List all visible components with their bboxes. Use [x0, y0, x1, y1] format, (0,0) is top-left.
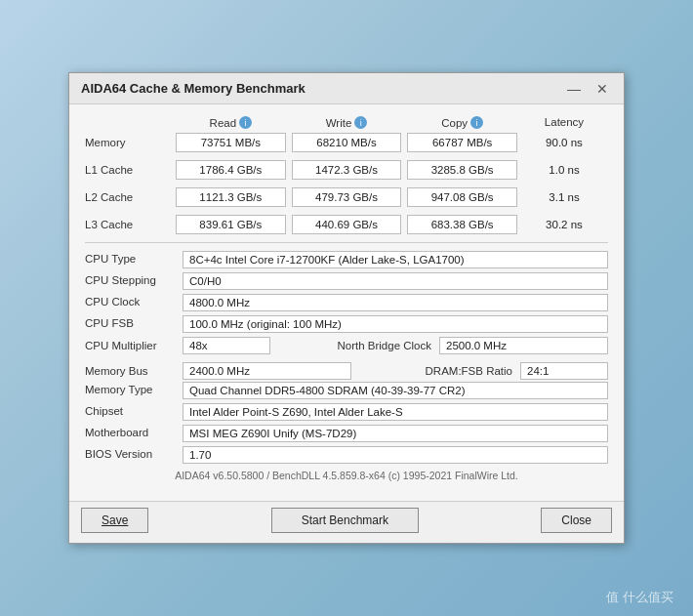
cpu-clock-label: CPU Clock	[85, 294, 183, 311]
header-copy: Copy i	[404, 116, 520, 129]
window-controls: — ✕	[563, 82, 612, 96]
cpu-multiplier-label: CPU Multiplier	[85, 338, 183, 353]
main-window: AIDA64 Cache & Memory Benchmark — ✕ Read…	[68, 72, 625, 544]
l2-latency: 3.1 ns	[520, 191, 608, 203]
section-divider	[85, 242, 608, 243]
cpu-type-value: 8C+4c Intel Core i7-12700KF (Alder Lake-…	[183, 251, 608, 268]
header-write: Write i	[289, 116, 405, 129]
cpu-stepping-value: C0/H0	[183, 272, 608, 290]
l1-label: L1 Cache	[85, 164, 173, 176]
l1-write: 1472.3 GB/s	[292, 160, 402, 180]
write-info-icon[interactable]: i	[354, 116, 367, 129]
motherboard-value: MSI MEG Z690I Unify (MS-7D29)	[183, 425, 608, 442]
memory-bus-row: Memory Bus 2400.0 MHz DRAM:FSB Ratio 24:…	[85, 362, 608, 380]
l2-label: L2 Cache	[85, 191, 173, 203]
bios-value: 1.70	[183, 446, 608, 464]
table-row: Memory 73751 MB/s 68210 MB/s 66787 MB/s …	[85, 133, 608, 152]
memory-write: 68210 MB/s	[292, 133, 402, 152]
window-title: AIDA64 Cache & Memory Benchmark	[81, 81, 306, 96]
l3-copy: 683.38 GB/s	[407, 215, 517, 234]
cpu-clock-row: CPU Clock 4800.0 MHz	[85, 294, 608, 311]
copy-info-icon[interactable]: i	[470, 116, 483, 129]
button-bar: Save Start Benchmark Close	[69, 501, 624, 543]
table-row: L1 Cache 1786.4 GB/s 1472.3 GB/s 3285.8 …	[85, 160, 608, 180]
l3-write: 440.69 GB/s	[292, 215, 402, 234]
l2-copy: 947.08 GB/s	[407, 187, 517, 207]
save-button[interactable]: Save	[81, 508, 148, 533]
l3-read: 839.61 GB/s	[176, 215, 286, 234]
memory-bus-value: 2400.0 MHz	[183, 362, 351, 380]
cpu-multiplier-value: 48x	[183, 337, 270, 354]
chipset-label: Chipset	[85, 403, 183, 421]
dram-fsb-value: 24:1	[520, 362, 608, 380]
l1-latency: 1.0 ns	[520, 164, 608, 176]
header-read: Read i	[173, 116, 289, 129]
close-button[interactable]: Close	[541, 508, 612, 533]
memory-read: 73751 MB/s	[176, 133, 286, 152]
title-bar: AIDA64 Cache & Memory Benchmark — ✕	[69, 73, 624, 104]
close-window-button[interactable]: ✕	[592, 82, 612, 96]
minimize-button[interactable]: —	[563, 82, 585, 96]
dram-fsb-label: DRAM:FSB Ratio	[351, 365, 520, 377]
memory-type-label: Memory Type	[85, 382, 183, 399]
l2-read: 1121.3 GB/s	[176, 187, 286, 207]
bios-label: BIOS Version	[85, 446, 183, 464]
table-header: Read i Write i Copy i Latency	[85, 116, 608, 129]
header-latency: Latency	[520, 116, 608, 129]
footer-text: AIDA64 v6.50.5800 / BenchDLL 4.5.859.8-x…	[85, 470, 608, 481]
l2-write: 479.73 GB/s	[292, 187, 402, 207]
motherboard-label: Motherboard	[85, 425, 183, 442]
start-benchmark-button[interactable]: Start Benchmark	[271, 508, 419, 533]
cpu-type-label: CPU Type	[85, 251, 183, 268]
memory-copy: 66787 MB/s	[407, 133, 517, 152]
l3-label: L3 Cache	[85, 219, 173, 230]
memory-bus-label: Memory Bus	[85, 363, 183, 379]
l1-copy: 3285.8 GB/s	[407, 160, 517, 180]
bios-row: BIOS Version 1.70	[85, 446, 608, 464]
cpu-stepping-label: CPU Stepping	[85, 272, 183, 290]
cpu-fsb-row: CPU FSB 100.0 MHz (original: 100 MHz)	[85, 315, 608, 333]
nb-clock-value: 2500.0 MHz	[439, 337, 608, 354]
cpu-multiplier-row: CPU Multiplier 48x North Bridge Clock 25…	[85, 337, 608, 354]
chipset-row: Chipset Intel Alder Point-S Z690, Intel …	[85, 403, 608, 421]
cpu-fsb-label: CPU FSB	[85, 315, 183, 333]
cpu-clock-value: 4800.0 MHz	[183, 294, 608, 311]
chipset-value: Intel Alder Point-S Z690, Intel Alder La…	[183, 403, 608, 421]
l1-read: 1786.4 GB/s	[176, 160, 286, 180]
read-info-icon[interactable]: i	[239, 116, 252, 129]
motherboard-row: Motherboard MSI MEG Z690I Unify (MS-7D29…	[85, 425, 608, 442]
memory-label: Memory	[85, 137, 173, 148]
nb-clock-label: North Bridge Clock	[270, 340, 439, 351]
cpu-fsb-value: 100.0 MHz (original: 100 MHz)	[183, 315, 608, 333]
content-area: Read i Write i Copy i Latency Memory	[69, 104, 624, 501]
header-empty	[85, 116, 173, 129]
cpu-type-row: CPU Type 8C+4c Intel Core i7-12700KF (Al…	[85, 251, 608, 268]
table-row: L2 Cache 1121.3 GB/s 479.73 GB/s 947.08 …	[85, 187, 608, 207]
l3-latency: 30.2 ns	[520, 219, 608, 230]
memory-type-row: Memory Type Quad Channel DDR5-4800 SDRAM…	[85, 382, 608, 399]
memory-latency: 90.0 ns	[520, 137, 608, 148]
table-row: L3 Cache 839.61 GB/s 440.69 GB/s 683.38 …	[85, 215, 608, 234]
cpu-stepping-row: CPU Stepping C0/H0	[85, 272, 608, 290]
memory-type-value: Quad Channel DDR5-4800 SDRAM (40-39-39-7…	[183, 382, 608, 399]
